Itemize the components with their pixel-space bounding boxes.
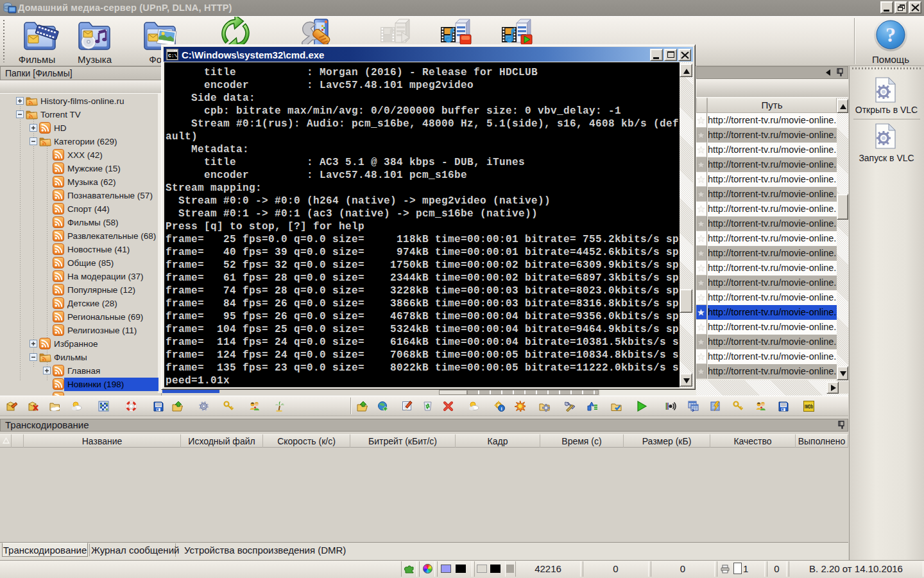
- svg-text:C:\.: C:\.: [168, 53, 178, 58]
- svg-text:IMDb: IMDb: [805, 403, 813, 410]
- svg-text:i: i: [501, 406, 502, 412]
- svg-text:?: ?: [886, 23, 896, 46]
